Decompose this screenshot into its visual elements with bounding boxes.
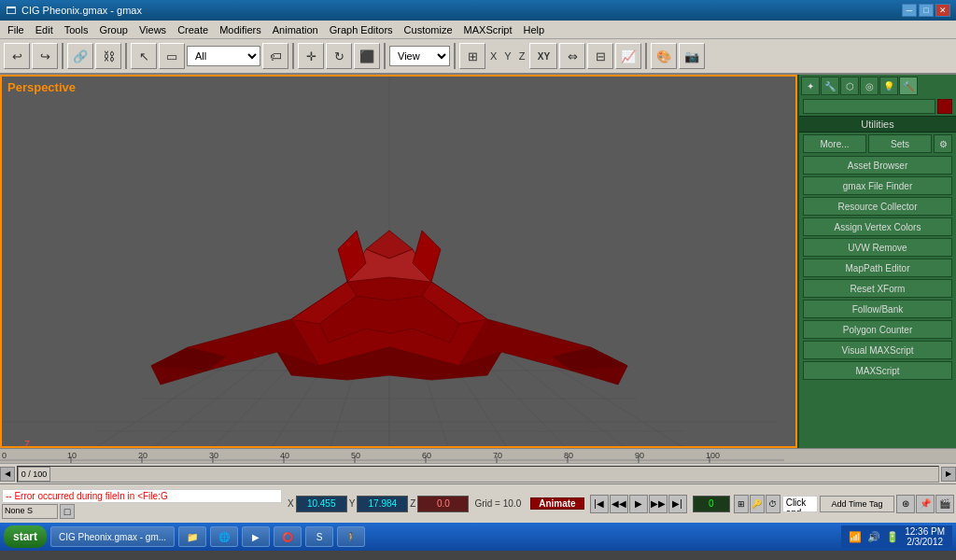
menu-file[interactable]: File <box>2 21 30 38</box>
gmax-file-finder-button[interactable]: gmax File Finder <box>803 176 952 195</box>
y-coord-input[interactable]: 17.984 <box>357 496 408 512</box>
taskbar-person-button[interactable]: 🚶 <box>337 526 365 547</box>
next-key-button[interactable]: ▶▶ <box>649 495 668 513</box>
uvw-remove-button[interactable]: UVW Remove <box>803 238 952 257</box>
utilities-section-title[interactable]: Utilities <box>799 116 956 133</box>
svg-text:20: 20 <box>138 451 148 460</box>
display-panel-btn[interactable]: 💡 <box>879 77 898 95</box>
redo-button[interactable]: ↪ <box>32 43 58 69</box>
x-coord-input[interactable]: 10.455 <box>296 496 347 512</box>
minimize-button[interactable]: ─ <box>902 4 917 17</box>
motion-panel-btn[interactable]: ◎ <box>860 77 879 95</box>
z-coord-input[interactable]: 0.0 <box>417 496 469 512</box>
link-button[interactable]: 🔗 <box>67 43 93 69</box>
menu-edit[interactable]: Edit <box>30 21 59 38</box>
select-indicator[interactable]: □ <box>60 504 75 519</box>
svg-text:60: 60 <box>422 451 431 460</box>
menu-create[interactable]: Create <box>172 21 214 38</box>
tray-volume-icon[interactable]: 🔊 <box>867 531 880 543</box>
last-frame-button[interactable]: ▶| <box>668 495 687 513</box>
taskbar-app-button[interactable]: CIG Pheonix.gmax - gm... <box>50 526 175 547</box>
z-label: Z <box>516 50 528 62</box>
taskbar-skype-button[interactable]: S <box>305 526 333 547</box>
assign-vertex-colors-button[interactable]: Assign Vertex Colors <box>803 217 952 236</box>
undo-button[interactable]: ↩ <box>4 43 30 69</box>
visual-maxscript-button[interactable]: Visual MAXScript <box>803 341 952 359</box>
utilities-label: Utilities <box>861 119 893 130</box>
right-panel: ✦ 🔧 ⬡ ◎ 💡 🔨 Utilities More... Sets ⚙ Ass… <box>797 75 956 448</box>
reset-xform-button[interactable]: Reset XForm <box>803 279 952 298</box>
current-frame-input[interactable]: 0 <box>693 496 730 512</box>
utilities-panel-btn[interactable]: 🔨 <box>899 77 918 95</box>
system-clock[interactable]: 12:36 PM 2/3/2012 <box>905 526 945 547</box>
sets-icon-button[interactable]: ⚙ <box>934 134 952 153</box>
prev-key-button[interactable]: ◀◀ <box>610 495 628 513</box>
add-time-tag-button[interactable]: Add Time Tag <box>820 496 894 512</box>
taskbar-media-button[interactable]: ▶ <box>242 526 270 547</box>
menu-help[interactable]: Help <box>518 21 551 38</box>
toolbar-separator-2 <box>125 43 127 69</box>
menu-tools[interactable]: Tools <box>59 21 94 38</box>
mirror-button[interactable]: ⇔ <box>559 43 585 69</box>
taskbar-chrome-button[interactable]: ⭕ <box>274 526 302 547</box>
taskbar-folder-button[interactable]: 📁 <box>178 526 206 547</box>
curve-editor-button[interactable]: 📈 <box>615 43 641 69</box>
follow-bank-button[interactable]: Follow/Bank <box>803 300 952 318</box>
start-button[interactable]: start <box>4 525 47 548</box>
move-button[interactable]: ✛ <box>298 43 324 69</box>
menu-animation[interactable]: Animation <box>267 21 324 38</box>
snap-toggle-button[interactable]: ⊞ <box>459 43 485 69</box>
more-button[interactable]: More... <box>803 134 866 153</box>
scale-button[interactable]: ⬛ <box>354 43 380 69</box>
animate-button[interactable]: Animate <box>530 497 583 510</box>
key-mode-button[interactable]: 🔑 <box>750 495 765 513</box>
viewport[interactable]: Perspective <box>0 75 797 448</box>
next-frame-button[interactable]: ▶ <box>941 467 956 482</box>
menu-customize[interactable]: Customize <box>399 21 458 38</box>
timeline-thumb[interactable]: 0 / 100 <box>18 467 50 482</box>
menu-views[interactable]: Views <box>134 21 172 38</box>
app-title: 🗖 CIG Pheonix.gmax - gmax <box>6 5 142 16</box>
playback-controls: |◀ ◀◀ ▶ ▶▶ ▶| <box>586 495 691 513</box>
menu-modifiers[interactable]: Modifiers <box>214 21 267 38</box>
main-toolbar: ↩ ↪ 🔗 ⛓ ↖ ▭ All Geometry Shapes 🏷 ✛ ↻ ⬛ … <box>0 39 956 75</box>
modify-panel-btn[interactable]: 🔧 <box>821 77 839 95</box>
resource-collector-button[interactable]: Resource Collector <box>803 197 952 216</box>
hierarchy-panel-btn[interactable]: ⬡ <box>840 77 859 95</box>
tray-network-icon[interactable]: 📶 <box>849 531 862 543</box>
select-by-name-button[interactable]: 🏷 <box>262 43 288 69</box>
view-select[interactable]: View Screen World <box>389 46 450 66</box>
close-button[interactable]: ✕ <box>935 4 950 17</box>
create-panel-btn[interactable]: ✦ <box>801 77 820 95</box>
play-button[interactable]: ▶ <box>629 495 648 513</box>
selection-filter[interactable]: All Geometry Shapes <box>187 46 260 66</box>
polygon-counter-button[interactable]: Polygon Counter <box>803 320 952 339</box>
menu-group[interactable]: Group <box>93 21 134 38</box>
sets-button[interactable]: Sets <box>868 134 932 153</box>
menu-maxscript[interactable]: MAXScript <box>458 21 518 38</box>
tray-battery-icon[interactable]: 🔋 <box>886 531 899 543</box>
maxscript-button[interactable]: MAXScript <box>803 361 952 380</box>
material-editor-button[interactable]: 🎨 <box>651 43 677 69</box>
render-preview-button[interactable]: 🎬 <box>935 495 954 513</box>
mappath-editor-button[interactable]: MapPath Editor <box>803 259 952 277</box>
select-region-button[interactable]: ▭ <box>159 43 185 69</box>
color-swatch[interactable] <box>937 99 952 114</box>
menu-graph-editors[interactable]: Graph Editors <box>324 21 399 38</box>
timeline-slider[interactable]: 0 / 100 <box>17 466 939 483</box>
xy-button[interactable]: XY <box>529 43 557 69</box>
anim-snap-button[interactable]: 📌 <box>916 495 935 513</box>
select-button[interactable]: ↖ <box>131 43 157 69</box>
taskbar-browser-button[interactable]: 🌐 <box>210 526 238 547</box>
prev-frame-button[interactable]: ◀ <box>0 467 15 482</box>
maximize-button[interactable]: □ <box>919 4 934 17</box>
first-frame-button[interactable]: |◀ <box>590 495 609 513</box>
align-button[interactable]: ⊟ <box>587 43 613 69</box>
rotate-button[interactable]: ↻ <box>326 43 352 69</box>
asset-browser-button[interactable]: Asset Browser <box>803 156 952 175</box>
viewport-config-button[interactable]: ⊞ <box>734 495 749 513</box>
obj-snap-button[interactable]: ⊛ <box>896 495 915 513</box>
unlink-button[interactable]: ⛓ <box>95 43 121 69</box>
render-button[interactable]: 📷 <box>679 43 705 69</box>
time-config-button[interactable]: ⏱ <box>766 495 780 513</box>
